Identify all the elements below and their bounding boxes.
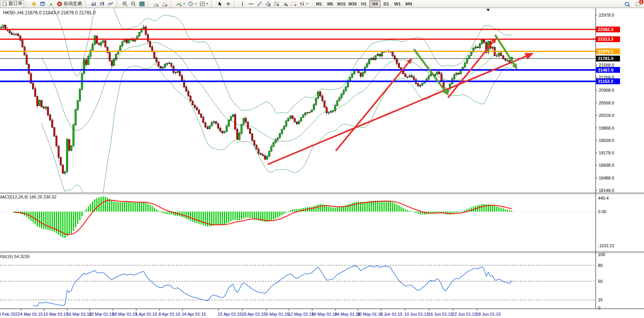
timeframe-w1-button[interactable]: W1 bbox=[392, 0, 403, 7]
cursor-button[interactable] bbox=[215, 0, 224, 8]
time-axis-label: 6 Jun 01:15 bbox=[380, 312, 403, 316]
time-axis-label: 28 Apr 01:15 bbox=[242, 312, 266, 316]
price-level-label: 21781.0 bbox=[598, 56, 613, 61]
price-axis-tick-label: 20908.0 bbox=[599, 88, 614, 92]
price-axis-tick-label: 20558.0 bbox=[599, 101, 614, 105]
tile-windows-button[interactable] bbox=[138, 0, 146, 8]
time-axis-label: 14 Apr 01:15 bbox=[182, 312, 206, 316]
indicators-button[interactable]: ▾ bbox=[175, 0, 186, 8]
arrows-button[interactable]: ▾ bbox=[298, 0, 309, 8]
terminal-button[interactable] bbox=[38, 0, 47, 8]
price-axis-tick-label: 21258.0 bbox=[599, 75, 614, 80]
timeframe-mn-button[interactable]: MN bbox=[403, 0, 414, 7]
templates-icon bbox=[200, 1, 205, 7]
price-axis-tick-label: 19868.0 bbox=[599, 126, 614, 130]
timeframe-m5-button[interactable]: M5 bbox=[325, 0, 336, 7]
vertical-line-button[interactable] bbox=[238, 0, 247, 8]
dropdown-arrow-icon[interactable]: ▾ bbox=[306, 2, 308, 5]
fib-icon: F bbox=[274, 1, 279, 7]
price-axis-tick-label: 19528.0 bbox=[599, 138, 614, 143]
time-axis-label: 28 Mar 01:15 bbox=[112, 312, 137, 316]
periods-button[interactable]: ▾ bbox=[186, 0, 198, 8]
timeframe-m15-button[interactable]: M15 bbox=[336, 0, 347, 7]
time-axis-label: 28 Jun 01:15 bbox=[476, 312, 501, 316]
chart-shift-button[interactable] bbox=[161, 0, 169, 8]
dropdown-arrow-icon[interactable]: ▾ bbox=[195, 2, 196, 5]
equidistant-channel-button[interactable]: E bbox=[264, 0, 272, 8]
toolbar-separator bbox=[116, 1, 120, 7]
timeframe-m1-button[interactable]: M1 bbox=[313, 0, 325, 7]
chart-canvas[interactable]: 22582.322313.321979.121781.021467.921153… bbox=[0, 0, 644, 318]
rsi-axis-label: 50 bbox=[598, 279, 603, 284]
rsi-indicator-label: RSI(15) 54.3226 bbox=[0, 254, 30, 259]
time-axis-label: 22 Mar 01:15 bbox=[89, 312, 114, 316]
chart-title-overlay: HK50-,H4 21676.0 21843.0 21676.0 21781.0 bbox=[3, 10, 96, 15]
autotrade-icon bbox=[57, 1, 62, 7]
time-axis-label: 22 Jun 01:15 bbox=[452, 312, 477, 316]
crosshair-button[interactable] bbox=[224, 0, 232, 8]
rsi-axis-label: 0 bbox=[598, 306, 600, 310]
zoom-in-button[interactable] bbox=[121, 0, 129, 8]
toolbar-separator bbox=[171, 1, 174, 7]
time-axis-label: 10 Jun 01:15 bbox=[404, 312, 429, 316]
vline-icon bbox=[240, 1, 245, 7]
zoom-out-button[interactable] bbox=[129, 0, 138, 8]
text-button[interactable]: AA bbox=[281, 0, 289, 8]
timeframe-d1-button[interactable]: D1 bbox=[381, 0, 392, 7]
tile-icon bbox=[139, 1, 145, 7]
signal-icon bbox=[48, 1, 54, 7]
toolbar-separator bbox=[234, 1, 237, 7]
horizontal-line-button[interactable] bbox=[247, 0, 255, 8]
labelT-icon: T bbox=[291, 1, 296, 7]
price-level-label: 22313.3 bbox=[598, 37, 613, 41]
time-axis-label: 5 May 01:15 bbox=[266, 312, 289, 316]
zoomout-icon bbox=[131, 1, 136, 7]
time-axis-label: 30 May 01:15 bbox=[357, 312, 383, 316]
timeframe-m30-button[interactable]: M30 bbox=[347, 0, 358, 7]
price-level-label: 21467.9 bbox=[598, 68, 613, 72]
trading-platform-window: 新订单自动交易▾▾▾EFAAT▾M1M5M15M30H1H4D1W1MN1 22… bbox=[0, 0, 644, 318]
gold-icon bbox=[31, 1, 37, 7]
macd-axis-label: -1102.21 bbox=[598, 243, 615, 248]
timeframe-h4-button[interactable]: H4 bbox=[369, 0, 381, 7]
bar-chart-button[interactable] bbox=[89, 0, 98, 8]
trendline-button[interactable] bbox=[255, 0, 264, 8]
templates-button[interactable]: ▾ bbox=[198, 0, 210, 8]
time-axis-label: 10 Mar 01:15 bbox=[43, 312, 68, 316]
notification-badge: 1 bbox=[639, 0, 644, 5]
price-level-label: 21979.1 bbox=[598, 49, 613, 54]
time-axis-label: 12 May 01:15 bbox=[288, 312, 314, 316]
text-label-button[interactable]: T bbox=[289, 0, 298, 8]
new-order-button-label: 新订单 bbox=[9, 0, 22, 7]
arrows-icon bbox=[299, 1, 305, 7]
notifications-button[interactable]: 1 bbox=[634, 0, 642, 8]
cursor-icon bbox=[217, 1, 222, 7]
price-axis-tick-label: 18838.0 bbox=[599, 163, 614, 168]
price-axis-tick-label: 21598.0 bbox=[599, 63, 614, 67]
dropdown-arrow-icon[interactable]: ▾ bbox=[183, 2, 185, 5]
line-chart-button[interactable] bbox=[106, 0, 115, 8]
textA-icon: AA bbox=[282, 1, 288, 7]
macd-indicator-label: MACD(12,26,9) 186.26 230.32 bbox=[0, 195, 56, 199]
dropdown-arrow-icon[interactable]: ▾ bbox=[207, 2, 208, 5]
new-order-button[interactable]: 新订单 bbox=[0, 0, 24, 8]
rsi-axis-label: 15 bbox=[598, 297, 603, 302]
search-button[interactable] bbox=[623, 0, 632, 8]
fibonacci-button[interactable]: F bbox=[272, 0, 281, 8]
macd-axis-label: 440.4 bbox=[598, 196, 609, 200]
autoscroll-icon bbox=[154, 1, 159, 7]
price-level-label: 22582.3 bbox=[598, 27, 613, 32]
toolbar: 新订单自动交易▾▾▾EFAAT▾M1M5M15M30H1H4D1W1MN1 bbox=[0, 0, 644, 8]
time-axis-label: 22 Apr 01:15 bbox=[218, 312, 242, 316]
auto-scroll-button[interactable] bbox=[152, 0, 161, 8]
signals-button[interactable] bbox=[47, 0, 55, 8]
hline-icon bbox=[248, 1, 254, 7]
autotrade-button[interactable]: 自动交易 bbox=[55, 0, 84, 8]
timeframe-bar: M1M5M15M30H1H4D1W1MN bbox=[313, 0, 414, 7]
timeframe-h1-button[interactable]: H1 bbox=[358, 0, 369, 7]
price-axis-tick-label: 19178.0 bbox=[599, 150, 614, 155]
gold-chart-button[interactable] bbox=[30, 0, 38, 8]
toolbar-separator bbox=[211, 1, 214, 7]
clock-icon bbox=[188, 1, 193, 7]
candlestick-chart-button[interactable] bbox=[98, 0, 106, 8]
